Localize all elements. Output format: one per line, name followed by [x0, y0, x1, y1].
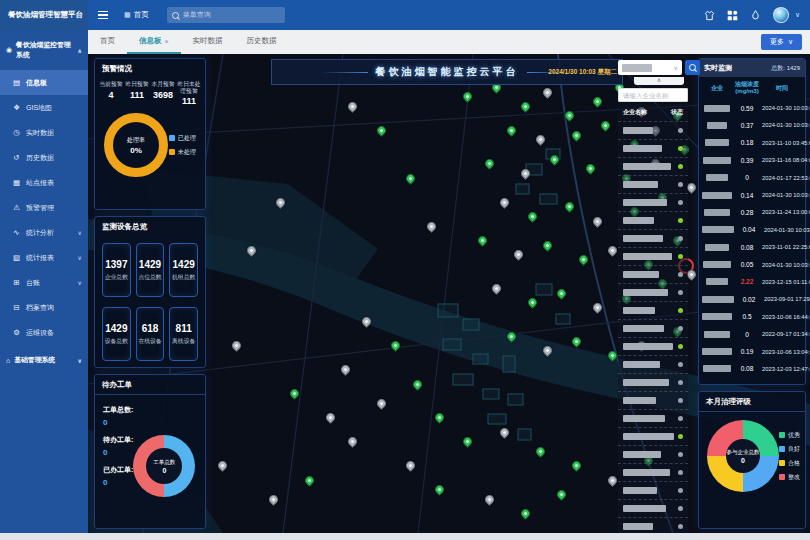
- company-list-item[interactable]: [618, 409, 688, 427]
- table-row[interactable]: 0.592024-01-30 10:03:00: [699, 99, 805, 116]
- map-pin-offline[interactable]: [274, 196, 287, 209]
- map-pin-online[interactable]: [534, 445, 547, 458]
- company-list-item[interactable]: [618, 463, 688, 481]
- map-pin-online[interactable]: [462, 435, 475, 448]
- company-list-item[interactable]: [618, 319, 688, 337]
- tab-item[interactable]: 历史数据: [235, 30, 289, 54]
- company-list-item[interactable]: [618, 445, 688, 463]
- company-list-item[interactable]: [618, 265, 688, 283]
- map-pin-online[interactable]: [606, 349, 619, 362]
- apps-icon[interactable]: [727, 10, 738, 21]
- flame-icon[interactable]: [750, 10, 761, 21]
- sidebar-item[interactable]: ◷实时数据: [0, 120, 88, 145]
- map-pin-offline[interactable]: [490, 282, 503, 295]
- close-icon[interactable]: ×: [165, 38, 169, 45]
- theme-icon[interactable]: [704, 10, 715, 21]
- map-pin-online[interactable]: [570, 459, 583, 472]
- map-pin-online[interactable]: [563, 110, 576, 123]
- map-pin-offline[interactable]: [346, 435, 359, 448]
- menu-search-input[interactable]: 菜单查询: [167, 7, 285, 23]
- map-pin-online[interactable]: [404, 172, 417, 185]
- map-pin-online[interactable]: [577, 253, 590, 266]
- map-pin-online[interactable]: [433, 411, 446, 424]
- table-row[interactable]: 0.142024-01-30 10:03:00: [699, 186, 805, 203]
- company-list-item[interactable]: [618, 139, 688, 157]
- map-pin-offline[interactable]: [231, 340, 244, 353]
- map-pin-offline[interactable]: [498, 426, 511, 439]
- map-pin-online[interactable]: [555, 488, 568, 501]
- company-list-item[interactable]: [618, 193, 688, 211]
- map-pin-offline[interactable]: [216, 459, 229, 472]
- sidebar-item[interactable]: ▦站点报表: [0, 170, 88, 195]
- map-pin-online[interactable]: [519, 507, 532, 520]
- sidebar-item[interactable]: ⊟档案查询: [0, 295, 88, 320]
- table-row[interactable]: 0.182023-11-10 03:45:00: [699, 134, 805, 151]
- sidebar-item[interactable]: ▤信息板: [0, 70, 88, 95]
- map-pin-offline[interactable]: [512, 249, 525, 262]
- map-pin-offline[interactable]: [425, 220, 438, 233]
- table-row[interactable]: 0.042024-01-30 10:03:00: [699, 221, 805, 238]
- table-row[interactable]: 02024-01-17 22:53:00: [699, 169, 805, 186]
- company-list-item[interactable]: [618, 175, 688, 193]
- sidebar-group-main[interactable]: ◉ 餐饮油烟监控管理系统 ∧: [0, 30, 88, 70]
- map-pin-offline[interactable]: [346, 100, 359, 113]
- map-pin-online[interactable]: [505, 330, 518, 343]
- bottom-scrollbar[interactable]: [0, 533, 810, 540]
- map-pin-offline[interactable]: [267, 493, 280, 506]
- map-pin-online[interactable]: [476, 234, 489, 247]
- company-select[interactable]: ∨: [618, 60, 682, 75]
- map-pin-offline[interactable]: [534, 134, 547, 147]
- map-pin-offline[interactable]: [404, 459, 417, 472]
- map-pin-online[interactable]: [483, 158, 496, 171]
- map-pin-online[interactable]: [527, 296, 540, 309]
- table-row[interactable]: 0.372024-01-30 10:03:00: [699, 117, 805, 134]
- company-list-item[interactable]: [618, 211, 688, 229]
- map-pin-offline[interactable]: [324, 411, 337, 424]
- map-pin-offline[interactable]: [360, 316, 373, 329]
- map-pin-offline[interactable]: [483, 493, 496, 506]
- user-avatar[interactable]: [773, 7, 789, 23]
- map-pin-online[interactable]: [303, 474, 316, 487]
- company-list-item[interactable]: [618, 247, 688, 265]
- map-pin-online[interactable]: [505, 124, 518, 137]
- map-pin-online[interactable]: [527, 210, 540, 223]
- company-list-item[interactable]: [618, 283, 688, 301]
- company-list-item[interactable]: [618, 427, 688, 445]
- company-list-item[interactable]: [618, 355, 688, 373]
- table-row[interactable]: 0.392023-11-16 08:04:00: [699, 152, 805, 169]
- table-row[interactable]: 0.52023-10-06 16:44:00: [699, 308, 805, 325]
- tab-item[interactable]: 实时数据: [181, 30, 235, 54]
- map-pin-offline[interactable]: [339, 363, 352, 376]
- table-row[interactable]: 0.082023-11-01 22:25:00: [699, 239, 805, 256]
- map-pin-online[interactable]: [375, 124, 388, 137]
- map-pin-online[interactable]: [599, 119, 612, 132]
- more-button[interactable]: 更多 ∨: [761, 34, 802, 50]
- sidebar-item[interactable]: ❖GIS地图: [0, 95, 88, 120]
- map-pin-online[interactable]: [584, 162, 597, 175]
- map-pin-offline[interactable]: [592, 301, 605, 314]
- hamburger-menu-icon[interactable]: [98, 11, 108, 20]
- sidebar-item[interactable]: ∿统计分析∨: [0, 220, 88, 245]
- map-pin-online[interactable]: [389, 340, 402, 353]
- map-pin-online[interactable]: [548, 153, 561, 166]
- map-pin-offline[interactable]: [375, 397, 388, 410]
- company-list-item[interactable]: [618, 301, 688, 319]
- map-pin-offline[interactable]: [606, 244, 619, 257]
- company-list-item[interactable]: [618, 121, 688, 139]
- map-pin-offline[interactable]: [606, 474, 619, 487]
- map-pin-online[interactable]: [541, 239, 554, 252]
- table-row[interactable]: 0.282023-11-24 13:00:00: [699, 204, 805, 221]
- map-pin-online[interactable]: [462, 90, 475, 103]
- sidebar-group-base[interactable]: ⌂ 基础管理系统 ∨: [0, 345, 88, 375]
- map-pin-online[interactable]: [570, 335, 583, 348]
- map-pin-offline[interactable]: [592, 215, 605, 228]
- table-row[interactable]: 0.052024-01-30 10:03:00: [699, 256, 805, 273]
- table-row[interactable]: 2.222023-12-15 01:11:00: [699, 273, 805, 290]
- table-row[interactable]: 0.022023-09-01 17:29:00: [699, 291, 805, 308]
- company-list-item[interactable]: [618, 229, 688, 247]
- sidebar-item[interactable]: ⊞台账∨: [0, 270, 88, 295]
- map-pin-offline[interactable]: [541, 86, 554, 99]
- map-pin-offline[interactable]: [519, 167, 532, 180]
- company-list-item[interactable]: [618, 391, 688, 409]
- sidebar-item[interactable]: ↺历史数据: [0, 145, 88, 170]
